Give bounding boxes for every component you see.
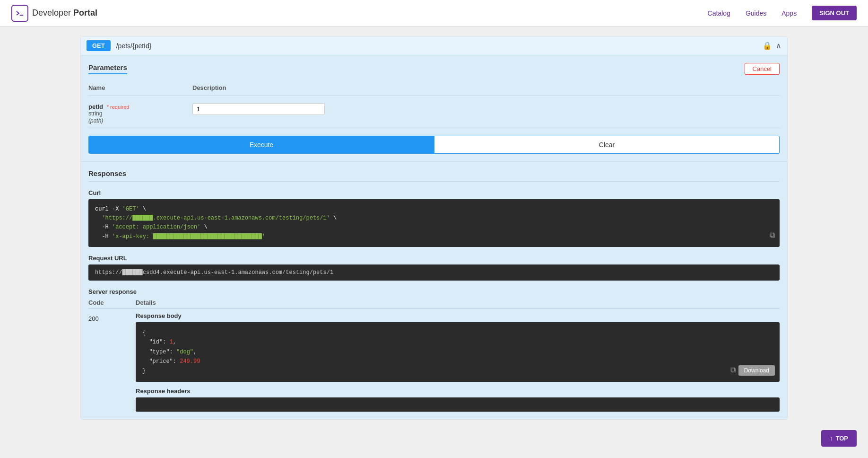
params-section: Parameters Cancel Name Description petId… bbox=[81, 55, 787, 161]
params-title: Parameters bbox=[88, 63, 127, 74]
request-url-value: https://██████csdd4.execute-api.us-east-… bbox=[95, 269, 333, 276]
response-copy-icon[interactable]: ⧉ bbox=[730, 364, 736, 377]
response-line1: { bbox=[142, 328, 773, 337]
header: Developer Portal Catalog Guides Apps SIG… bbox=[0, 0, 868, 26]
logo-icon bbox=[11, 5, 28, 22]
response-row: 200 Response body { "id": 1, "type": "do… bbox=[88, 312, 780, 412]
endpoint-header: GET /pets/{petId} 🔒 ∧ bbox=[81, 36, 787, 55]
method-badge: GET bbox=[87, 40, 111, 51]
response-line2: "id": 1, bbox=[142, 337, 773, 347]
param-row: petId * required string (path) bbox=[88, 99, 780, 128]
response-body-label: Response body bbox=[136, 312, 780, 319]
request-url-label: Request URL bbox=[88, 255, 780, 262]
response-body-block: { "id": 1, "type": "dog", "price": 249.9… bbox=[136, 322, 780, 382]
required-badge: * required bbox=[107, 104, 130, 110]
download-button[interactable]: Download bbox=[738, 365, 775, 376]
table-header: Name Description bbox=[88, 80, 780, 96]
top-label: TOP bbox=[836, 435, 849, 442]
name-col-header: Name bbox=[88, 84, 192, 91]
curl-line1: curl -X 'GET' \ bbox=[95, 205, 773, 214]
param-name-col: petId * required string (path) bbox=[88, 103, 192, 124]
catalog-link[interactable]: Catalog bbox=[708, 9, 730, 17]
params-header: Parameters Cancel bbox=[88, 63, 780, 75]
curl-label: Curl bbox=[88, 189, 780, 196]
collapse-icon[interactable]: ∧ bbox=[776, 41, 781, 50]
param-type: string bbox=[88, 110, 192, 117]
server-response-title: Server response bbox=[88, 288, 780, 295]
clear-button[interactable]: Clear bbox=[434, 136, 779, 153]
code-col-header: Code bbox=[88, 299, 136, 306]
server-response-section: Server response Code Details 200 Respons… bbox=[88, 288, 780, 412]
curl-copy-icon[interactable]: ⧉ bbox=[770, 230, 775, 242]
description-col-header: Description bbox=[192, 84, 780, 91]
guides-link[interactable]: Guides bbox=[746, 9, 766, 17]
request-url-block: https://██████csdd4.execute-api.us-east-… bbox=[88, 264, 780, 281]
response-line4: "price": 249.99 bbox=[142, 357, 773, 366]
param-value-col bbox=[192, 103, 780, 115]
logo: Developer Portal bbox=[11, 5, 97, 22]
execute-button[interactable]: Execute bbox=[89, 136, 434, 153]
api-card: GET /pets/{petId} 🔒 ∧ Parameters Cancel … bbox=[80, 36, 788, 420]
petid-input[interactable] bbox=[192, 103, 325, 115]
request-url-section: Request URL https://██████csdd4.execute-… bbox=[88, 255, 780, 281]
param-location: (path) bbox=[88, 117, 103, 124]
details-col-header: Details bbox=[136, 299, 780, 306]
header-title: Developer Portal bbox=[32, 8, 97, 18]
header-nav: Catalog Guides Apps SIGN OUT bbox=[708, 6, 857, 20]
main-content: GET /pets/{petId} 🔒 ∧ Parameters Cancel … bbox=[0, 26, 868, 458]
action-buttons: Execute Clear bbox=[88, 136, 780, 154]
response-body-actions: ⧉ Download bbox=[730, 364, 775, 377]
endpoint-actions: 🔒 ∧ bbox=[763, 41, 781, 50]
endpoint-path: /pets/{petId} bbox=[116, 42, 757, 50]
param-name: petId bbox=[88, 103, 103, 110]
responses-section: Responses Curl curl -X 'GET' \ 'https://… bbox=[81, 161, 787, 419]
response-headers-label: Response headers bbox=[136, 388, 780, 395]
apps-link[interactable]: Apps bbox=[781, 9, 797, 17]
response-line5: } bbox=[142, 366, 773, 376]
responses-title: Responses bbox=[88, 169, 780, 182]
top-button[interactable]: ↑ TOP bbox=[821, 430, 857, 447]
cancel-button[interactable]: Cancel bbox=[745, 63, 780, 75]
curl-line4: -H 'x-api-key: █████████████████████████… bbox=[95, 232, 773, 241]
response-line3: "type": "dog", bbox=[142, 347, 773, 357]
response-table-header: Code Details bbox=[88, 299, 780, 308]
curl-line2: 'https://██████.execute-api.us-east-1.am… bbox=[95, 214, 773, 223]
response-headers-block bbox=[136, 397, 780, 412]
response-headers-section: Response headers bbox=[136, 388, 780, 412]
sign-out-button[interactable]: SIGN OUT bbox=[812, 6, 857, 20]
curl-code-block: curl -X 'GET' \ 'https://██████.execute-… bbox=[88, 199, 780, 247]
response-details-col: Response body { "id": 1, "type": "dog", … bbox=[136, 312, 780, 412]
curl-line3: -H 'accept: application/json' \ bbox=[95, 223, 773, 232]
top-arrow-icon: ↑ bbox=[830, 435, 833, 442]
curl-section: Curl curl -X 'GET' \ 'https://██████.exe… bbox=[88, 189, 780, 247]
response-code: 200 bbox=[88, 312, 136, 322]
lock-icon: 🔒 bbox=[763, 41, 772, 50]
